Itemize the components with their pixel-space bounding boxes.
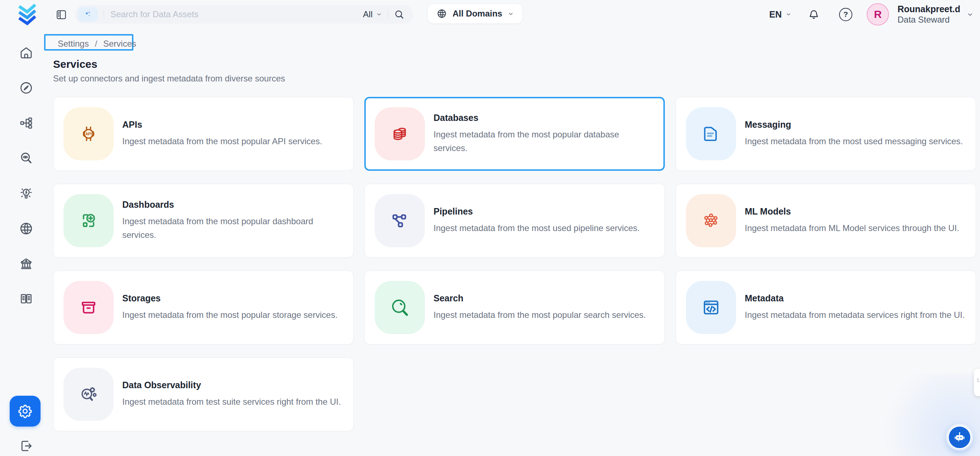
- service-description: Ingest metadata from test suite services…: [122, 395, 341, 409]
- divider: [103, 10, 104, 19]
- service-description: Ingest metadata from the most popular da…: [122, 215, 342, 242]
- service-title: Dashboards: [122, 199, 342, 210]
- ai-sparkles-icon[interactable]: [78, 7, 98, 22]
- sidebar-item-lineage[interactable]: [19, 116, 34, 131]
- search-scope-label: All: [363, 10, 372, 19]
- service-title: APIs: [122, 120, 322, 130]
- svg-text:API: API: [85, 132, 92, 136]
- service-card-messaging[interactable]: Messaging Ingest metadata from the most …: [676, 97, 976, 171]
- top-bar-right: EN ? R Rounakpreet.d Data Steward: [769, 0, 974, 29]
- service-title: Data Observability: [122, 380, 341, 391]
- explore-compass-icon: [19, 80, 34, 96]
- breadcrumb-services[interactable]: Services: [103, 39, 136, 48]
- insights-bulb-icon: [19, 186, 34, 201]
- observability-gears-icon: [64, 368, 114, 421]
- settings-gear-icon: [17, 403, 33, 419]
- service-description: Ingest metadata from the most popular AP…: [122, 134, 322, 148]
- help-icon[interactable]: ?: [839, 8, 852, 21]
- user-menu-chevron-icon[interactable]: [967, 11, 974, 18]
- home-icon: [19, 45, 34, 60]
- glossary-book-icon: [19, 291, 34, 306]
- service-description: Ingest metadata from metadata services r…: [745, 308, 965, 322]
- api-chip-icon: API: [64, 107, 114, 160]
- database-icon: [375, 107, 425, 160]
- sidebar-item-observability[interactable]: [19, 151, 34, 166]
- pipeline-nodes-icon: [375, 194, 425, 247]
- search-magnifier-icon: [375, 281, 425, 334]
- global-search-bar[interactable]: All: [75, 5, 413, 24]
- user-role: Data Steward: [897, 14, 960, 25]
- user-avatar[interactable]: R: [867, 3, 889, 26]
- breadcrumb-separator: /: [95, 39, 97, 48]
- sidebar-item-logout[interactable]: [19, 438, 34, 453]
- breadcrumb: Settings / Services: [58, 39, 136, 49]
- notifications-bell-icon[interactable]: [808, 9, 820, 21]
- sidebar-item-home[interactable]: [19, 45, 34, 60]
- service-title: Pipelines: [434, 206, 640, 217]
- page-title: Services: [53, 58, 97, 70]
- user-name: Rounakpreet.d: [897, 3, 960, 14]
- robot-icon: [953, 430, 966, 444]
- service-description: Ingest metadata from the most popular se…: [434, 308, 646, 322]
- sidebar-toggle-icon[interactable]: [55, 9, 67, 21]
- service-description: Ingest metadata from the most popular da…: [434, 128, 654, 155]
- service-description: Ingest metadata from the most used pipel…: [434, 222, 640, 235]
- sidebar-item-domains[interactable]: [19, 221, 34, 236]
- search-scope-dropdown[interactable]: All: [363, 10, 382, 19]
- language-selector[interactable]: EN: [769, 10, 791, 20]
- globe-icon: [436, 8, 447, 19]
- avatar-initial: R: [874, 8, 882, 21]
- sidebar-item-explore[interactable]: [19, 80, 34, 96]
- service-card-pipelines[interactable]: Pipelines Ingest metadata from the most …: [364, 184, 665, 258]
- service-card-search[interactable]: Search Ingest metadata from the most pop…: [364, 271, 665, 344]
- service-description: Ingest metadata from the most used messa…: [745, 134, 963, 148]
- main-content: Settings / Services Services Set up conn…: [52, 29, 980, 456]
- service-title: Metadata: [745, 293, 965, 303]
- all-domains-label: All Domains: [453, 9, 503, 19]
- sidebar-item-govern[interactable]: [19, 256, 34, 271]
- openmetadata-logo[interactable]: [16, 3, 39, 27]
- lineage-icon: [19, 116, 34, 131]
- chevron-down-icon: [786, 11, 791, 17]
- service-title: Messaging: [745, 120, 963, 130]
- sidebar-item-insights[interactable]: [19, 186, 34, 201]
- service-title: Databases: [434, 113, 654, 123]
- divider: [388, 10, 388, 19]
- service-card-databases[interactable]: Databases Ingest metadata from the most …: [364, 97, 665, 171]
- breadcrumb-settings[interactable]: Settings: [58, 39, 89, 48]
- service-title: Search: [434, 293, 646, 303]
- storage-box-icon: [64, 281, 114, 334]
- help-glyph: ?: [843, 10, 848, 19]
- left-sidebar: [0, 29, 52, 456]
- ml-network-icon: [686, 194, 736, 247]
- service-title: Storages: [122, 293, 337, 303]
- service-description: Ingest metadata from the most popular st…: [122, 308, 337, 322]
- observability-eye-icon: [19, 151, 34, 166]
- sidebar-nav: [0, 45, 52, 306]
- chevron-down-icon: [508, 11, 514, 17]
- service-card-apis[interactable]: API APIs Ingest metadata from the most p…: [53, 97, 353, 171]
- service-card-metadata[interactable]: Metadata Ingest metadata from metadata s…: [676, 271, 976, 344]
- logout-icon: [19, 438, 34, 453]
- service-card-storages[interactable]: Storages Ingest metadata from the most p…: [53, 271, 353, 344]
- clipped-side-widget[interactable]: [974, 369, 980, 396]
- search-submit-icon[interactable]: [394, 9, 404, 20]
- page-subtitle: Set up connectors and ingest metadata fr…: [53, 73, 285, 84]
- service-card-ml-models[interactable]: ML Models Ingest metadata from ML Model …: [676, 184, 976, 258]
- all-domains-dropdown[interactable]: All Domains: [428, 3, 523, 24]
- messaging-folder-icon: [686, 107, 736, 160]
- user-info[interactable]: Rounakpreet.d Data Steward: [897, 3, 960, 25]
- search-input[interactable]: [110, 9, 363, 20]
- clipped-widget-icon: [975, 377, 980, 388]
- chevron-down-icon: [376, 11, 382, 17]
- sidebar-item-settings-active[interactable]: [10, 396, 41, 427]
- service-title: ML Models: [745, 206, 959, 217]
- chatbot-button[interactable]: [948, 426, 971, 449]
- service-card-data-observability[interactable]: Data Observability Ingest metadata from …: [53, 357, 353, 431]
- sidebar-item-glossary[interactable]: [19, 291, 34, 306]
- code-window-icon: [686, 281, 736, 334]
- dashboard-icon: [64, 194, 114, 247]
- govern-bank-icon: [19, 256, 34, 271]
- services-grid: API APIs Ingest metadata from the most p…: [53, 97, 976, 431]
- service-card-dashboards[interactable]: Dashboards Ingest metadata from the most…: [53, 184, 353, 258]
